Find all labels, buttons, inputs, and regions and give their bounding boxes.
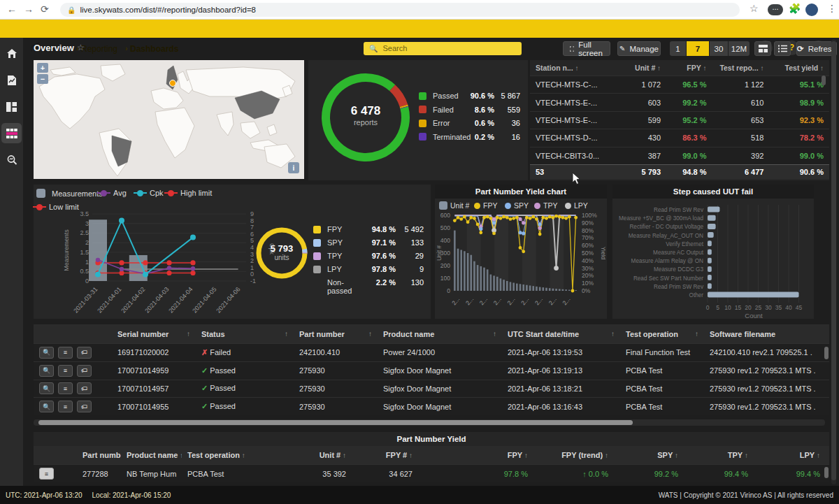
fullscreen-button[interactable]: Full screen — [563, 41, 610, 56]
report-table-row[interactable]: 🔍≡🏷170071014955✓ Passed275930Sigfox Door… — [34, 397, 829, 415]
station-table-row[interactable]: VTECH-MTS-E-...60399.2 %61098.9 % — [530, 93, 829, 110]
pny-legend-item[interactable]: SPY — [505, 201, 529, 210]
report-table-scrollbar[interactable] — [824, 347, 829, 359]
view-report-button[interactable]: 🔍 — [39, 365, 54, 377]
station-col-header[interactable]: Test repo... ↑ — [712, 64, 769, 72]
product-name-cell: Sigfox Door Magnet — [378, 403, 502, 411]
measurements-legend-item[interactable]: High limit — [168, 189, 212, 197]
report-menu-button[interactable]: ≡ — [58, 347, 73, 359]
pny-legend-item[interactable]: TPY — [534, 201, 557, 210]
report-col-header[interactable]: Serial number↑ — [112, 330, 196, 338]
card-view-button[interactable] — [754, 41, 771, 56]
map-zoom-in-button[interactable]: + — [37, 63, 48, 73]
view-report-button[interactable]: 🔍 — [39, 347, 54, 359]
report-table-row[interactable]: 🔍≡🏷170071014957✓ Passed275930Sigfox Door… — [34, 380, 829, 398]
report-col-header[interactable]: Status↑ — [196, 330, 294, 338]
bookmark-star-icon[interactable]: ☆ — [750, 2, 759, 15]
pny-legend-item[interactable]: FPY — [474, 201, 497, 210]
map-info-button[interactable]: i — [288, 162, 299, 173]
station-col-header[interactable]: FPY ↑ — [666, 64, 712, 72]
sidebar-item-analyze[interactable] — [1, 150, 22, 170]
pny-legend-item[interactable]: Unit # — [439, 201, 469, 210]
pn-yield-col-header[interactable]: Unit # ↑ — [275, 451, 352, 459]
report-table-row[interactable]: 🔍≡🏷170071014959✓ Passed275930Sigfox Door… — [34, 361, 829, 380]
report-table-hscroll-thumb[interactable] — [38, 420, 633, 425]
list-view-button[interactable] — [774, 41, 791, 56]
pn-yield-col-header[interactable]: LPY ↑ — [754, 451, 826, 459]
repair-flag-button[interactable]: 🏷 — [77, 401, 92, 412]
pn-yield-col-header[interactable]: Part number ↑ — [77, 451, 121, 459]
page-scrollbar-thumb[interactable] — [831, 41, 836, 480]
station-col-header[interactable]: Test yield ↑ — [769, 64, 829, 72]
report-table-row[interactable]: 🔍≡🏷169171020002✗ Failed242100.410Power 2… — [34, 343, 829, 361]
pn-yield-table: Part number ↑Product name ↑Test operatio… — [34, 446, 829, 482]
station-col-header[interactable]: Station n... ↑ — [530, 64, 626, 72]
browser-menu-icon[interactable]: ⋮ — [827, 2, 837, 15]
pny-legend-item[interactable]: LPY — [565, 201, 588, 210]
report-col-header[interactable]: UTC Start date/time↑ — [502, 330, 620, 338]
range-button-12m[interactable]: 12M — [729, 41, 750, 56]
report-col-header[interactable]: Product name↑ — [378, 330, 502, 338]
pn-yield-col-header[interactable]: Product name ↑ — [121, 451, 182, 459]
global-search-input[interactable]: 🔍 Search — [364, 42, 522, 55]
pn-yield-table-scrollbar[interactable] — [824, 467, 829, 478]
pn-yield-col-header[interactable]: FPY ↑ — [418, 451, 533, 459]
station-col-header[interactable]: Unit # ↑ — [626, 64, 666, 72]
station-table-scrollbar[interactable] — [822, 75, 826, 85]
station-table-row[interactable]: VTECH-MTS-E-...59995.2 %65392.3 % — [530, 111, 829, 129]
repair-flag-button[interactable]: 🏷 — [77, 382, 92, 394]
svg-text:1: 1 — [85, 259, 89, 266]
legend-marker — [565, 203, 571, 209]
breadcrumb-reporting[interactable]: Reporting — [81, 44, 117, 54]
svg-text:30: 30 — [765, 304, 772, 311]
sidebar-item-home[interactable] — [1, 43, 22, 64]
pn-menu-button[interactable]: ≡ — [39, 468, 54, 480]
back-icon[interactable]: ← — [7, 3, 17, 15]
product-name-cell: Power 24/1000 — [378, 348, 502, 357]
report-col-header[interactable]: Part number↑ — [294, 330, 378, 338]
repair-flag-button[interactable]: 🏷 — [77, 347, 92, 359]
reload-icon[interactable]: ⟳ — [41, 3, 49, 15]
range-button-30[interactable]: 30 — [710, 41, 728, 56]
puzzle-icon[interactable]: 🧩 — [789, 2, 801, 15]
world-map-widget[interactable]: + − i — [34, 60, 304, 179]
pn-yield-row[interactable]: ≡277288NB Temp HumPCBA Test35 39234 6279… — [34, 464, 829, 482]
report-col-header[interactable]: Test operation↑ — [620, 330, 704, 338]
sidebar-item-dashboard-preview-active[interactable] — [1, 123, 22, 143]
pn-yield-col-header[interactable]: TPY ↑ — [684, 451, 754, 459]
measurements-legend-item[interactable]: Measurements — [36, 189, 103, 198]
view-report-button[interactable]: 🔍 — [39, 382, 54, 394]
forward-icon[interactable]: → — [24, 3, 34, 15]
station-table-row[interactable]: VTECH-MTS-C-...1 07296.5 %1 12295.1 % — [530, 75, 829, 93]
svg-text:Read Prim SW Rev: Read Prim SW Rev — [654, 207, 704, 213]
page-scrollbar-track[interactable] — [831, 39, 836, 484]
map-zoom-out-button[interactable]: − — [37, 74, 48, 84]
report-table-hscroll-track[interactable] — [34, 419, 825, 426]
range-button-1[interactable]: 1 — [670, 41, 686, 56]
report-col-header[interactable]: Software filename — [704, 330, 826, 338]
sidebar-item-reports[interactable] — [1, 70, 22, 90]
report-menu-button[interactable]: ≡ — [58, 365, 73, 377]
sidebar-item-dashboards[interactable] — [1, 96, 22, 117]
range-button-7[interactable]: 7 — [687, 41, 709, 56]
status-cell: ✓ Passed — [196, 402, 294, 411]
pn-yield-col-header[interactable]: FPY (trend) ↑ — [533, 451, 614, 459]
pn-yield-col-header[interactable]: SPY ↑ — [614, 451, 684, 459]
legend-swatch — [313, 266, 321, 273]
repair-flag-button[interactable]: 🏷 — [77, 365, 92, 377]
url-bar[interactable]: 🔒 live.skywats.com/dist/#/reporting/dash… — [60, 3, 740, 17]
view-report-button[interactable]: 🔍 — [39, 401, 54, 412]
station-table-row[interactable]: VTECH-CBIT3-0...38799.0 %39299.0 % — [530, 147, 829, 164]
measurements-legend-item[interactable]: Cpk — [137, 189, 164, 197]
measurements-legend-item[interactable]: Avg — [101, 189, 127, 197]
report-menu-button[interactable]: ≡ — [58, 401, 73, 412]
pn-yield-col-header[interactable]: Test operation ↑ — [182, 451, 275, 459]
favorite-star-icon[interactable]: ☆ — [77, 43, 85, 52]
manage-button[interactable]: ✎ Manage — [617, 41, 661, 56]
pn-yield-col-header[interactable]: FPY # ↑ — [352, 451, 418, 459]
station-table-row[interactable]: VTECH-MTS-D-...43086.3 %51878.2 % — [530, 129, 829, 146]
extensions-panel-icon[interactable]: ⋯ — [768, 4, 783, 15]
report-menu-button[interactable]: ≡ — [58, 382, 73, 394]
breadcrumb-dashboards[interactable]: Dashboards — [130, 44, 178, 54]
browser-avatar[interactable] — [805, 3, 818, 16]
